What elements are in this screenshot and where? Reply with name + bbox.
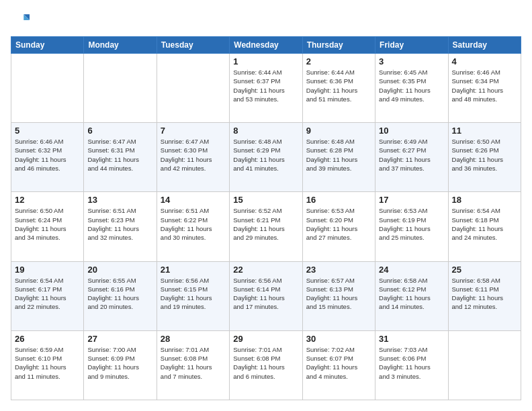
day-number: 19	[15, 265, 80, 275]
day-number: 16	[306, 195, 371, 205]
day-info: Sunrise: 6:50 AM Sunset: 6:24 PM Dayligh…	[15, 206, 80, 242]
day-number: 5	[15, 126, 80, 136]
day-info: Sunrise: 6:46 AM Sunset: 6:32 PM Dayligh…	[15, 137, 80, 173]
calendar-cell: 3Sunrise: 6:45 AM Sunset: 6:35 PM Daylig…	[375, 54, 448, 123]
day-number: 1	[233, 56, 298, 66]
calendar-cell: 9Sunrise: 6:48 AM Sunset: 6:28 PM Daylig…	[302, 123, 375, 192]
calendar-cell: 21Sunrise: 6:56 AM Sunset: 6:15 PM Dayli…	[157, 261, 229, 330]
day-info: Sunrise: 6:51 AM Sunset: 6:22 PM Dayligh…	[161, 206, 226, 242]
calendar-cell: 26Sunrise: 6:59 AM Sunset: 6:10 PM Dayli…	[11, 330, 84, 400]
day-number: 13	[87, 195, 152, 205]
calendar-cell: 2Sunrise: 6:44 AM Sunset: 6:36 PM Daylig…	[302, 54, 375, 123]
day-number: 12	[15, 195, 80, 205]
day-info: Sunrise: 6:49 AM Sunset: 6:27 PM Dayligh…	[379, 137, 444, 173]
day-number: 27	[87, 334, 152, 344]
day-info: Sunrise: 6:51 AM Sunset: 6:23 PM Dayligh…	[87, 206, 152, 242]
calendar-cell: 15Sunrise: 6:52 AM Sunset: 6:21 PM Dayli…	[230, 192, 302, 261]
day-info: Sunrise: 7:03 AM Sunset: 6:06 PM Dayligh…	[379, 345, 444, 381]
day-number: 9	[306, 126, 371, 136]
weekday-header-thursday: Thursday	[302, 37, 375, 54]
day-info: Sunrise: 6:56 AM Sunset: 6:15 PM Dayligh…	[161, 276, 226, 312]
day-info: Sunrise: 6:53 AM Sunset: 6:20 PM Dayligh…	[306, 206, 371, 242]
day-number: 11	[452, 126, 517, 136]
day-info: Sunrise: 6:52 AM Sunset: 6:21 PM Dayligh…	[233, 206, 298, 242]
day-number: 28	[161, 334, 226, 344]
calendar-cell: 10Sunrise: 6:49 AM Sunset: 6:27 PM Dayli…	[375, 123, 448, 192]
day-number: 17	[379, 195, 444, 205]
day-info: Sunrise: 7:00 AM Sunset: 6:09 PM Dayligh…	[87, 345, 152, 381]
day-info: Sunrise: 6:44 AM Sunset: 6:36 PM Dayligh…	[306, 68, 371, 103]
calendar-cell: 31Sunrise: 7:03 AM Sunset: 6:06 PM Dayli…	[375, 330, 448, 400]
calendar-cell: 1Sunrise: 6:44 AM Sunset: 6:37 PM Daylig…	[230, 54, 302, 123]
weekday-header-saturday: Saturday	[448, 37, 521, 54]
calendar-cell	[157, 54, 229, 123]
day-info: Sunrise: 6:58 AM Sunset: 6:12 PM Dayligh…	[379, 276, 444, 312]
day-info: Sunrise: 7:02 AM Sunset: 6:07 PM Dayligh…	[306, 345, 371, 381]
day-info: Sunrise: 6:53 AM Sunset: 6:19 PM Dayligh…	[379, 206, 444, 242]
calendar-cell: 23Sunrise: 6:57 AM Sunset: 6:13 PM Dayli…	[302, 261, 375, 330]
calendar-cell: 12Sunrise: 6:50 AM Sunset: 6:24 PM Dayli…	[11, 192, 84, 261]
day-number: 30	[306, 334, 371, 344]
logo-icon	[11, 11, 30, 30]
week-row-2: 12Sunrise: 6:50 AM Sunset: 6:24 PM Dayli…	[11, 192, 521, 261]
day-number: 20	[87, 265, 152, 275]
day-info: Sunrise: 6:44 AM Sunset: 6:37 PM Dayligh…	[233, 68, 298, 103]
day-number: 3	[379, 56, 444, 66]
day-number: 2	[306, 56, 371, 66]
day-info: Sunrise: 6:57 AM Sunset: 6:13 PM Dayligh…	[306, 276, 371, 312]
day-number: 10	[379, 126, 444, 136]
calendar-cell: 5Sunrise: 6:46 AM Sunset: 6:32 PM Daylig…	[11, 123, 84, 192]
calendar-cell: 24Sunrise: 6:58 AM Sunset: 6:12 PM Dayli…	[375, 261, 448, 330]
day-number: 8	[233, 126, 298, 136]
weekday-header-monday: Monday	[84, 37, 157, 54]
calendar-cell: 14Sunrise: 6:51 AM Sunset: 6:22 PM Dayli…	[157, 192, 229, 261]
calendar-cell: 18Sunrise: 6:54 AM Sunset: 6:18 PM Dayli…	[448, 192, 521, 261]
week-row-0: 1Sunrise: 6:44 AM Sunset: 6:37 PM Daylig…	[11, 54, 521, 123]
day-info: Sunrise: 6:48 AM Sunset: 6:28 PM Dayligh…	[306, 137, 371, 173]
day-number: 26	[15, 334, 80, 344]
calendar-cell: 19Sunrise: 6:54 AM Sunset: 6:17 PM Dayli…	[11, 261, 84, 330]
day-info: Sunrise: 6:56 AM Sunset: 6:14 PM Dayligh…	[233, 276, 298, 312]
calendar-cell: 16Sunrise: 6:53 AM Sunset: 6:20 PM Dayli…	[302, 192, 375, 261]
day-info: Sunrise: 6:47 AM Sunset: 6:30 PM Dayligh…	[161, 137, 226, 173]
calendar-cell: 25Sunrise: 6:58 AM Sunset: 6:11 PM Dayli…	[448, 261, 521, 330]
day-number: 15	[233, 195, 298, 205]
day-info: Sunrise: 7:01 AM Sunset: 6:08 PM Dayligh…	[161, 345, 226, 381]
day-number: 24	[379, 265, 444, 275]
calendar-cell: 13Sunrise: 6:51 AM Sunset: 6:23 PM Dayli…	[84, 192, 157, 261]
day-info: Sunrise: 6:59 AM Sunset: 6:10 PM Dayligh…	[15, 345, 80, 381]
calendar-cell: 11Sunrise: 6:50 AM Sunset: 6:26 PM Dayli…	[448, 123, 521, 192]
day-number: 7	[161, 126, 226, 136]
day-number: 6	[87, 126, 152, 136]
day-info: Sunrise: 6:47 AM Sunset: 6:31 PM Dayligh…	[87, 137, 152, 173]
calendar-cell: 4Sunrise: 6:46 AM Sunset: 6:34 PM Daylig…	[448, 54, 521, 123]
calendar-cell: 20Sunrise: 6:55 AM Sunset: 6:16 PM Dayli…	[84, 261, 157, 330]
calendar-cell: 8Sunrise: 6:48 AM Sunset: 6:29 PM Daylig…	[230, 123, 302, 192]
day-number: 21	[161, 265, 226, 275]
weekday-header-friday: Friday	[375, 37, 448, 54]
day-info: Sunrise: 6:48 AM Sunset: 6:29 PM Dayligh…	[233, 137, 298, 173]
day-info: Sunrise: 6:54 AM Sunset: 6:17 PM Dayligh…	[15, 276, 80, 312]
page: SundayMondayTuesdayWednesdayThursdayFrid…	[0, 0, 532, 411]
calendar-cell: 17Sunrise: 6:53 AM Sunset: 6:19 PM Dayli…	[375, 192, 448, 261]
weekday-header-row: SundayMondayTuesdayWednesdayThursdayFrid…	[11, 37, 521, 54]
calendar-cell: 7Sunrise: 6:47 AM Sunset: 6:30 PM Daylig…	[157, 123, 229, 192]
day-info: Sunrise: 7:01 AM Sunset: 6:08 PM Dayligh…	[233, 345, 298, 381]
calendar-cell: 22Sunrise: 6:56 AM Sunset: 6:14 PM Dayli…	[230, 261, 302, 330]
day-number: 22	[233, 265, 298, 275]
week-row-1: 5Sunrise: 6:46 AM Sunset: 6:32 PM Daylig…	[11, 123, 521, 192]
calendar-cell: 28Sunrise: 7:01 AM Sunset: 6:08 PM Dayli…	[157, 330, 229, 400]
calendar-cell: 29Sunrise: 7:01 AM Sunset: 6:08 PM Dayli…	[230, 330, 302, 400]
day-number: 25	[452, 265, 517, 275]
calendar-table: SundayMondayTuesdayWednesdayThursdayFrid…	[11, 36, 521, 400]
calendar-cell: 27Sunrise: 7:00 AM Sunset: 6:09 PM Dayli…	[84, 330, 157, 400]
header	[11, 11, 521, 30]
day-info: Sunrise: 6:58 AM Sunset: 6:11 PM Dayligh…	[452, 276, 517, 312]
weekday-header-tuesday: Tuesday	[157, 37, 229, 54]
week-row-4: 26Sunrise: 6:59 AM Sunset: 6:10 PM Dayli…	[11, 330, 521, 400]
day-info: Sunrise: 6:45 AM Sunset: 6:35 PM Dayligh…	[379, 68, 444, 103]
day-info: Sunrise: 6:54 AM Sunset: 6:18 PM Dayligh…	[452, 206, 517, 242]
day-number: 29	[233, 334, 298, 344]
calendar-cell: 6Sunrise: 6:47 AM Sunset: 6:31 PM Daylig…	[84, 123, 157, 192]
day-info: Sunrise: 6:46 AM Sunset: 6:34 PM Dayligh…	[452, 68, 517, 103]
